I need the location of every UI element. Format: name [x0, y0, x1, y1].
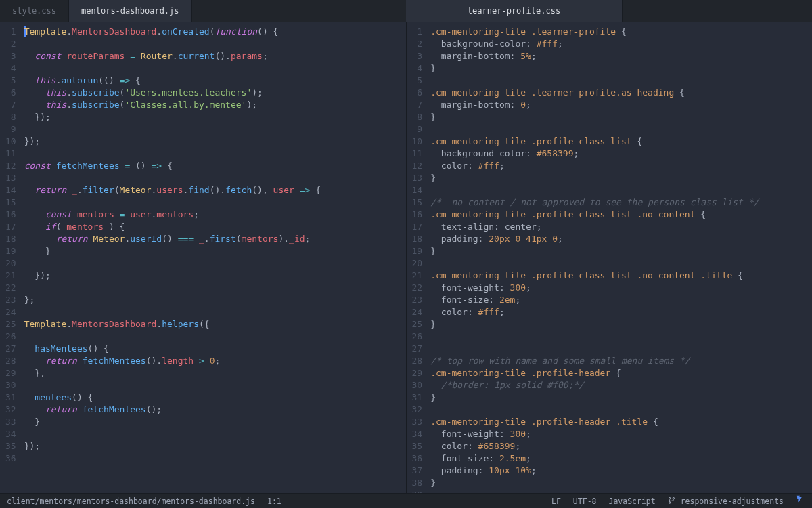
status-bar-right: LF UTF-8 JavaScript responsive-adjustmen…	[551, 494, 805, 508]
code-right[interactable]: .cm-mentoring-tile .learner-profile { ba…	[429, 22, 812, 493]
tab-group-right: learner-profile.css	[406, 0, 812, 22]
status-notifications-icon[interactable]	[796, 494, 805, 509]
status-file-path[interactable]: client/mentors/mentors-dashboard/mentors…	[7, 494, 255, 509]
status-git-branch[interactable]: responsive-adjustments	[668, 494, 784, 509]
status-eol[interactable]: LF	[551, 494, 561, 509]
editor-pane-right[interactable]: 1234567891011121314151617181920212223242…	[406, 22, 813, 493]
tab-bar: style.css mentors-dashboard.js learner-p…	[0, 0, 812, 22]
status-git-branch-name: responsive-adjustments	[681, 496, 784, 506]
status-language[interactable]: JavaScript	[608, 494, 655, 509]
git-branch-icon	[668, 494, 676, 509]
gutter-left: 1234567891011121314151617181920212223242…	[0, 22, 23, 493]
tab-mentors-dashboard-js[interactable]: mentors-dashboard.js	[69, 0, 192, 22]
code-left[interactable]: Template.MentorsDashboard.onCreated(func…	[23, 22, 406, 493]
status-bar: client/mentors/mentors-dashboard/mentors…	[0, 493, 812, 508]
status-bar-left: client/mentors/mentors-dashboard/mentors…	[7, 494, 281, 508]
tab-learner-profile-css[interactable]: learner-profile.css	[406, 0, 623, 22]
tab-group-left: style.css mentors-dashboard.js	[0, 0, 406, 22]
editor-pane-left[interactable]: 1234567891011121314151617181920212223242…	[0, 22, 406, 493]
editor-window: style.css mentors-dashboard.js learner-p…	[0, 0, 812, 508]
status-cursor-position[interactable]: 1:1	[267, 494, 281, 509]
tab-style-css[interactable]: style.css	[0, 0, 69, 22]
status-encoding[interactable]: UTF-8	[573, 494, 597, 509]
gutter-right: 1234567891011121314151617181920212223242…	[407, 22, 430, 493]
editor-panes: 1234567891011121314151617181920212223242…	[0, 22, 812, 493]
